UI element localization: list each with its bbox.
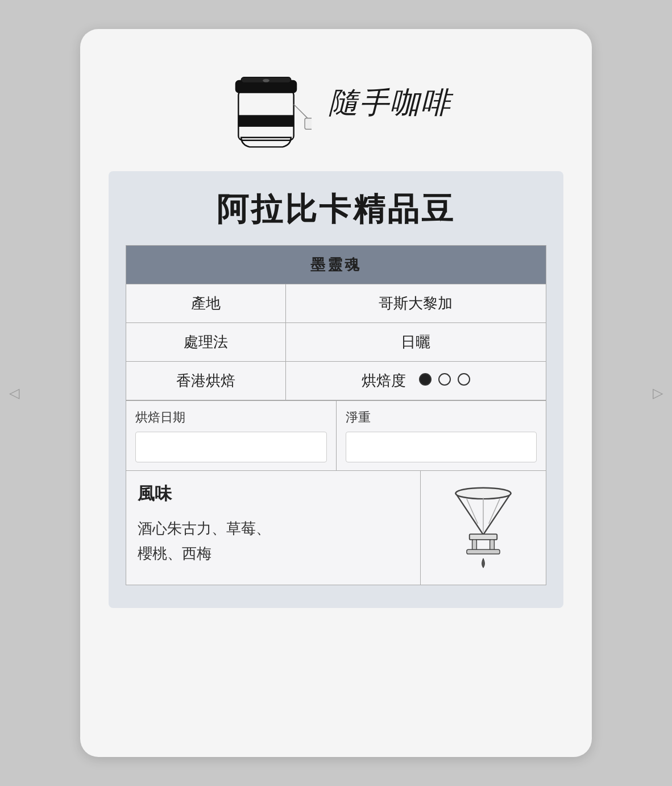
section-title: 阿拉比卡精品豆 — [126, 188, 546, 231]
roast-value-cell: 烘焙度 — [285, 362, 546, 400]
weight-input-box[interactable] — [346, 432, 537, 462]
roast-row: 香港烘焙 烘焙度 — [126, 362, 546, 400]
weight-section: 淨重 — [336, 400, 547, 471]
svg-point-7 — [456, 488, 511, 499]
process-label: 處理法 — [126, 323, 286, 362]
roast-dot-3 — [458, 373, 470, 386]
main-card: 隨手咖啡 阿拉比卡精品豆 墨靈魂 產地 哥斯大黎加 處理法 日曬 — [80, 29, 592, 757]
bottom-section: 風味 酒心朱古力、草莓、 櫻桃、西梅 — [126, 471, 546, 585]
roast-dot-1 — [419, 373, 432, 386]
flavor-title: 風味 — [138, 482, 409, 506]
info-table: 墨靈魂 產地 哥斯大黎加 處理法 日曬 香港烘焙 烘焙度 — [126, 245, 546, 400]
origin-row: 產地 哥斯大黎加 — [126, 284, 546, 323]
flavor-description: 酒心朱古力、草莓、 櫻桃、西梅 — [138, 516, 409, 566]
left-arrow[interactable]: ◁ — [6, 379, 23, 407]
svg-rect-11 — [470, 534, 497, 540]
process-value: 日曬 — [285, 323, 546, 362]
roast-label: 香港烘焙 — [126, 362, 286, 400]
svg-rect-14 — [467, 549, 500, 554]
dripper-area — [421, 471, 546, 585]
table-header-row: 墨靈魂 — [126, 246, 546, 284]
date-weight-row: 烘焙日期 淨重 — [126, 400, 546, 471]
roast-dots — [419, 373, 470, 386]
dripper-illustration — [446, 482, 520, 573]
coffee-cup-illustration — [221, 52, 312, 154]
brand-title: 隨手咖啡 — [329, 83, 451, 123]
svg-rect-3 — [238, 115, 293, 126]
weight-label: 淨重 — [346, 409, 537, 426]
origin-label: 產地 — [126, 284, 286, 323]
date-label: 烘焙日期 — [135, 409, 327, 426]
right-arrow[interactable]: ▷ — [649, 379, 666, 407]
process-row: 處理法 日曬 — [126, 323, 546, 362]
roast-dot-2 — [438, 373, 451, 386]
svg-rect-5 — [305, 118, 312, 129]
header-area: 隨手咖啡 — [109, 52, 563, 154]
origin-value: 哥斯大黎加 — [285, 284, 546, 323]
product-name-cell: 墨靈魂 — [126, 246, 546, 284]
content-area: 阿拉比卡精品豆 墨靈魂 產地 哥斯大黎加 處理法 日曬 — [109, 171, 563, 608]
svg-point-6 — [263, 79, 269, 82]
date-input-box[interactable] — [135, 432, 327, 462]
svg-rect-12 — [472, 540, 477, 551]
date-section: 烘焙日期 — [126, 400, 336, 471]
svg-rect-13 — [490, 540, 495, 551]
flavor-area: 風味 酒心朱古力、草莓、 櫻桃、西梅 — [126, 471, 421, 585]
page-wrapper: ◁ 隨手咖啡 — [0, 0, 672, 786]
roast-degree-label: 烘焙度 — [362, 372, 406, 389]
